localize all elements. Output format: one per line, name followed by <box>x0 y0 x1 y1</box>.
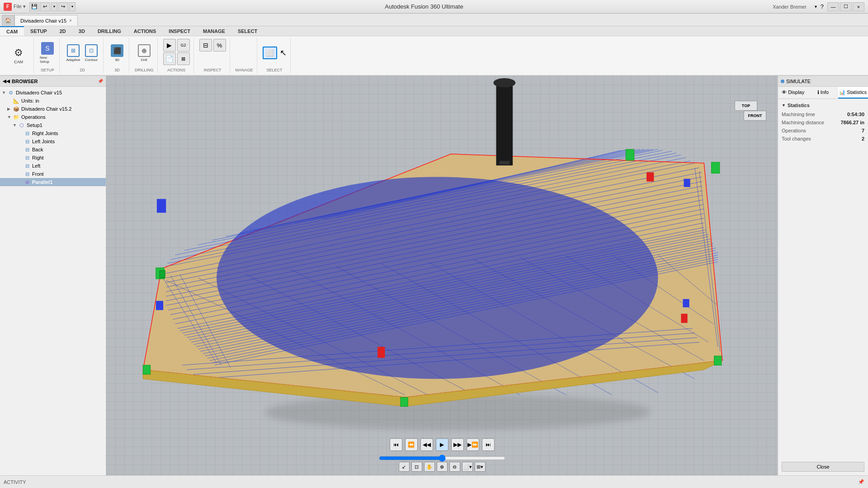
playback-buttons: ⏮ ⏪ ◀◀ ▶ ▶▶ ▶⏩ ⏭ <box>390 438 495 451</box>
svg-rect-79 <box>683 299 689 307</box>
svg-rect-83 <box>681 314 687 323</box>
ribbon-content: ⚙ CAM S New Setup SETUP <box>0 36 868 75</box>
undo-button[interactable]: ↩ <box>40 2 50 11</box>
display-settings-icon[interactable]: ⬜▾ <box>462 462 473 472</box>
look-at-icon[interactable]: ⊡ <box>411 462 422 472</box>
info-icon: ℹ <box>817 89 819 95</box>
step-forward-button[interactable]: ▶▶ <box>451 438 464 451</box>
ribbon-tab-drilling[interactable]: DRILLING <box>91 26 127 36</box>
svg-rect-74 <box>143 365 150 374</box>
g-code-button[interactable]: G2 <box>177 39 190 52</box>
simulate-button[interactable]: ▶ <box>163 39 176 52</box>
sim-tab-statistics[interactable]: 📊 Statistics <box>838 87 868 99</box>
ribbon-group-drilling: ⊕ Drill DRILLING <box>131 38 158 73</box>
tree-label-setup1: Setup1 <box>27 122 42 128</box>
ribbon-tab-select[interactable]: SELECT <box>231 26 264 36</box>
view-cube[interactable]: TOP FRONT <box>735 101 771 128</box>
goto-end-button[interactable]: ⏭ <box>482 438 495 451</box>
tree-item-parallel1[interactable]: ⊘ Parallel1 <box>0 178 106 186</box>
redo-button[interactable]: ↪ <box>58 2 68 11</box>
save-button[interactable]: 💾 <box>29 2 39 11</box>
statistics-label: Statistics <box>847 89 867 95</box>
ribbon-tab-manage[interactable]: MANAGE <box>197 26 231 36</box>
tree-item-operations[interactable]: ▼ 📁 Operations <box>0 113 106 121</box>
tool-changes-row: Tool changes 2 <box>782 136 864 141</box>
sim-tab-info[interactable]: ℹ Info <box>808 87 838 99</box>
simulate-header: SIMULATE <box>778 76 868 87</box>
tree-item-right[interactable]: ⊟ Right <box>0 154 106 162</box>
percent-button[interactable]: % <box>213 39 226 52</box>
user-dropdown[interactable]: ▾ <box>815 4 817 9</box>
pan-icon[interactable]: ✋ <box>424 462 435 472</box>
ribbon-tab-cam[interactable]: CAM <box>0 26 24 36</box>
tree-item-root[interactable]: ▼ ⚙ Divisadero Chair v15 <box>0 89 106 97</box>
cam-button[interactable]: ⚙ CAM <box>7 44 30 67</box>
triangle-icon: ▼ <box>782 103 786 108</box>
tree-label-operations: Operations <box>21 114 46 120</box>
tree-item-left[interactable]: ⊟ Left <box>0 162 106 170</box>
title-bar: F File ▾ 💾 ↩ ▾ ↪ ▾ Autodesk Fusion 360 U… <box>0 0 868 14</box>
rewind-fast-button[interactable]: ⏪ <box>405 438 418 451</box>
document-tab[interactable]: Divisadero Chair v15 × <box>14 15 78 26</box>
2d-adaptive-button[interactable]: ⊠ Adaptive <box>65 42 81 64</box>
sheet-button[interactable]: 📄 <box>163 52 176 65</box>
tree-item-divisadero[interactable]: ▶ 📦 Divisadero Chair v15.2 <box>0 105 106 113</box>
view-cube-top[interactable]: TOP <box>735 101 757 111</box>
grid-settings-icon[interactable]: ⊞▾ <box>475 462 486 472</box>
close-button[interactable]: Close <box>782 462 864 472</box>
home-tab[interactable]: 🏠 <box>2 15 14 26</box>
machining-distance-row: Machining distance 7866.27 in <box>782 120 864 125</box>
select-box-button[interactable]: ⬜ <box>263 47 277 59</box>
filter-button[interactable]: ⊟ <box>199 39 212 52</box>
3d-pocket-button[interactable]: ⬛ 3D <box>109 42 125 64</box>
expand-activity-icon[interactable]: 📌 <box>858 479 864 485</box>
clear-button[interactable]: ⊠ <box>177 52 190 65</box>
view-cube-front[interactable]: FRONT <box>744 111 766 121</box>
forward-fast-button[interactable]: ▶⏩ <box>467 438 479 451</box>
sim-tab-display[interactable]: 👁 Display <box>778 87 808 99</box>
redo-dropdown[interactable]: ▾ <box>69 2 75 11</box>
close-button[interactable]: × <box>853 2 864 11</box>
viewport[interactable]: TOP FRONT ⏮ ⏪ ◀◀ ▶ ▶▶ ▶⏩ ⏭ ↙ ⊡ ✋ ⊕ <box>106 76 778 475</box>
tree-item-right-joints[interactable]: ⊟ Right Joints <box>0 129 106 137</box>
drill-button[interactable]: ⊕ Drill <box>136 42 152 64</box>
browser-header: ◀◀ BROWSER 📌 <box>0 76 106 87</box>
machining-time-row: Machining time 0:54:30 <box>782 112 864 117</box>
playback-slider[interactable] <box>379 455 505 462</box>
tree-item-left-joints[interactable]: ⊟ Left Joints <box>0 137 106 145</box>
svg-rect-86 <box>500 161 509 164</box>
zoom-in-icon[interactable]: ⊕ <box>437 462 448 472</box>
ribbon-tab-setup[interactable]: SETUP <box>24 26 53 36</box>
drill-icon: ⊕ <box>138 44 151 57</box>
app-icon: F <box>4 3 12 11</box>
minimize-button[interactable]: — <box>827 2 839 11</box>
collapse-left-icon[interactable]: ◀◀ <box>3 79 10 84</box>
playback-controls: ⏮ ⏪ ◀◀ ▶ ▶▶ ▶⏩ ⏭ <box>379 438 505 462</box>
ribbon-tab-inspect[interactable]: INSPECT <box>162 26 197 36</box>
play-button[interactable]: ▶ <box>436 438 448 451</box>
tree-item-back[interactable]: ⊟ Back <box>0 145 106 154</box>
machining-time-label: Machining time <box>782 112 815 117</box>
maximize-button[interactable]: ☐ <box>840 2 852 11</box>
goto-start-button[interactable]: ⏮ <box>390 438 402 451</box>
info-label: Info <box>821 89 829 95</box>
tab-close-button[interactable]: × <box>69 18 72 23</box>
svg-rect-72 <box>712 162 720 173</box>
tree-item-front[interactable]: ⊟ Front <box>0 170 106 178</box>
tree-label-parallel1: Parallel1 <box>32 179 52 185</box>
ribbon-tab-3d[interactable]: 3D <box>72 26 91 36</box>
ribbon-tab-2d[interactable]: 2D <box>53 26 72 36</box>
orbit-icon[interactable]: ↙ <box>399 462 410 472</box>
2d-contour-button[interactable]: ⊡ Contour <box>83 42 99 64</box>
ribbon-tab-actions[interactable]: ACTIONS <box>127 26 163 36</box>
setup-new-button[interactable]: S New Setup <box>39 42 56 64</box>
step-back-button[interactable]: ◀◀ <box>420 438 433 451</box>
undo-dropdown[interactable]: ▾ <box>51 2 57 11</box>
cam-icon: ⚙ <box>14 47 23 59</box>
tree-item-setup1[interactable]: ▼ ⬡ Setup1 <box>0 121 106 129</box>
expand-icon: ▼ <box>2 90 7 95</box>
zoom-out-icon[interactable]: ⊖ <box>449 462 460 472</box>
help-button[interactable]: ? <box>821 3 824 10</box>
browser-pin-icon[interactable]: 📌 <box>98 79 103 84</box>
tree-item-units[interactable]: 📐 Units: in <box>0 97 106 105</box>
